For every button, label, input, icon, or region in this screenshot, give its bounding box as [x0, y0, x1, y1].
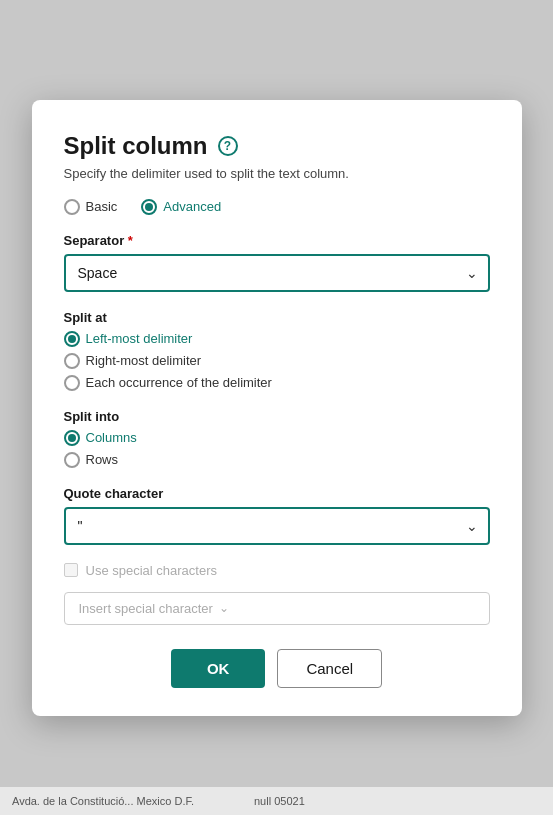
quote-character-select[interactable]: " ' None	[64, 507, 490, 545]
insert-special-label: Insert special character	[79, 601, 213, 616]
split-at-each-radio[interactable]	[64, 375, 80, 391]
split-at-each[interactable]: Each occurrence of the delimiter	[64, 375, 490, 391]
split-at-rightmost-label: Right-most delimiter	[86, 353, 202, 368]
split-at-leftmost-radio[interactable]	[64, 331, 80, 347]
split-at-leftmost[interactable]: Left-most delimiter	[64, 331, 490, 347]
mode-basic-option[interactable]: Basic	[64, 199, 118, 215]
split-into-section: Split into Columns Rows	[64, 409, 490, 468]
separator-wrapper: Space Comma Tab Colon Semicolon Custom ⌄	[64, 254, 490, 292]
quote-section: Quote character " ' None ⌄	[64, 486, 490, 545]
split-into-rows-label: Rows	[86, 452, 119, 467]
split-into-rows-radio[interactable]	[64, 452, 80, 468]
cancel-button[interactable]: Cancel	[277, 649, 382, 688]
split-column-modal: Split column ? Specify the delimiter use…	[32, 100, 522, 716]
special-chars-row: Use special characters	[64, 563, 490, 578]
mode-basic-label: Basic	[86, 199, 118, 214]
modal-footer: OK Cancel	[64, 649, 490, 688]
separator-label: Separator *	[64, 233, 490, 248]
use-special-chars-checkbox	[64, 563, 78, 577]
modal-subtitle: Specify the delimiter used to split the …	[64, 166, 490, 181]
ok-button[interactable]: OK	[171, 649, 266, 688]
bottom-bar-text1: Avda. de la Constitució... Mexico D.F.	[12, 795, 194, 807]
mode-radio-group: Basic Advanced	[64, 199, 490, 215]
mode-advanced-radio[interactable]	[141, 199, 157, 215]
split-at-leftmost-label: Left-most delimiter	[86, 331, 193, 346]
mode-advanced-option[interactable]: Advanced	[141, 199, 221, 215]
quote-character-wrapper: " ' None ⌄	[64, 507, 490, 545]
help-icon[interactable]: ?	[218, 136, 238, 156]
split-at-section: Split at Left-most delimiter Right-most …	[64, 310, 490, 391]
split-at-rightmost[interactable]: Right-most delimiter	[64, 353, 490, 369]
use-special-chars-label: Use special characters	[64, 563, 218, 578]
split-into-columns-radio[interactable]	[64, 430, 80, 446]
split-at-label: Split at	[64, 310, 490, 325]
split-into-columns-label: Columns	[86, 430, 137, 445]
split-at-each-label: Each occurrence of the delimiter	[86, 375, 272, 390]
split-at-options: Left-most delimiter Right-most delimiter…	[64, 331, 490, 391]
mode-basic-radio[interactable]	[64, 199, 80, 215]
modal-title: Split column	[64, 132, 208, 160]
insert-special-arrow-icon: ⌄	[219, 601, 229, 615]
split-into-options: Columns Rows	[64, 430, 490, 468]
use-special-chars-text: Use special characters	[86, 563, 218, 578]
modal-header: Split column ?	[64, 132, 490, 160]
split-into-columns[interactable]: Columns	[64, 430, 490, 446]
required-star: *	[128, 233, 133, 248]
separator-select[interactable]: Space Comma Tab Colon Semicolon Custom	[64, 254, 490, 292]
modal-overlay: Split column ? Specify the delimiter use…	[0, 0, 553, 815]
quote-character-label: Quote character	[64, 486, 490, 501]
split-into-label: Split into	[64, 409, 490, 424]
split-at-rightmost-radio[interactable]	[64, 353, 80, 369]
mode-advanced-label: Advanced	[163, 199, 221, 214]
insert-special-button: Insert special character ⌄	[64, 592, 490, 625]
split-into-rows[interactable]: Rows	[64, 452, 490, 468]
bottom-bar-text2: null 05021	[254, 795, 305, 807]
bottom-bar: Avda. de la Constitució... Mexico D.F. n…	[0, 787, 553, 815]
